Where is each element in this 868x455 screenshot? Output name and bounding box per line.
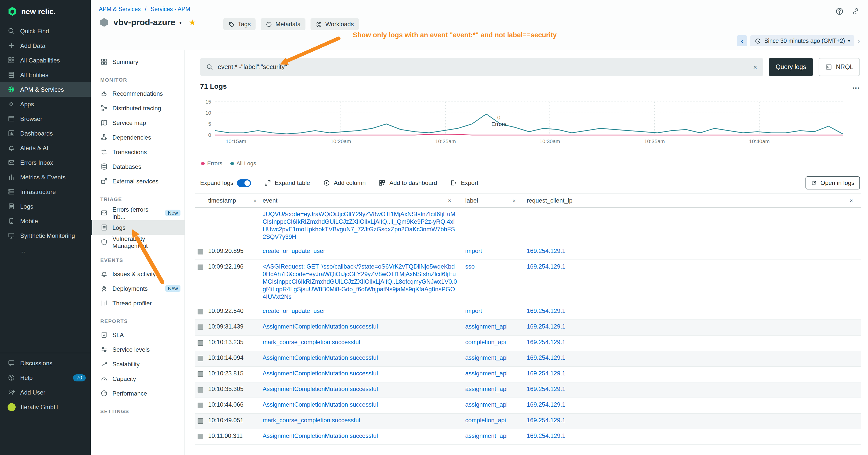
expand-table-button[interactable]: Expand table [264, 180, 310, 187]
add-to-dashboard-button[interactable]: Add to dashboard [379, 180, 437, 187]
service-nav-item-distributed-tracing[interactable]: Distributed tracing [91, 101, 185, 116]
service-nav-item-issues-activity[interactable]: Issues & activity [91, 266, 185, 281]
log-label-link[interactable]: assignment_api [465, 370, 507, 377]
log-label-link[interactable]: assignment_api [465, 432, 507, 440]
tags-button[interactable]: Tags [223, 18, 256, 30]
favorite-star-icon[interactable]: ★ [189, 18, 196, 27]
service-nav-item-performance[interactable]: Performance [91, 386, 185, 400]
log-label-link[interactable]: import [465, 307, 482, 315]
global-nav-item-logs[interactable]: Logs [0, 199, 91, 214]
service-nav-item-errors-errors-inb[interactable]: Errors (errors inb...New [91, 205, 185, 220]
expand-logs-control[interactable]: Expand logs [200, 179, 251, 187]
log-label-link[interactable]: assignment_api [465, 354, 507, 361]
clear-query-icon[interactable]: × [753, 63, 757, 71]
breadcrumb-apm-services[interactable]: APM & Services [99, 6, 141, 12]
service-nav-item-databases[interactable]: Databases [91, 159, 185, 174]
global-nav-item-quick-find[interactable]: Quick Find [0, 24, 91, 38]
global-nav-item-discussions[interactable]: Discussions [0, 356, 91, 370]
global-nav-item-errors-inbox[interactable]: Errors Inbox [0, 155, 91, 170]
open-in-logs-button[interactable]: Open in logs [805, 176, 860, 190]
query-logs-button[interactable]: Query logs [769, 58, 813, 76]
global-nav-item-alerts-ai[interactable]: Alerts & AI [0, 140, 91, 155]
time-back-button[interactable]: ‹ [737, 35, 747, 46]
log-row[interactable]: 10:11:00.311AssignmentCompletionMutation… [195, 429, 861, 445]
log-event-link[interactable]: mark_course_completion successful [262, 417, 360, 424]
metadata-button[interactable]: Metadata [261, 18, 306, 30]
log-row[interactable]: 10:10:23.815AssignmentCompletionMutation… [195, 367, 861, 383]
global-nav-item-apm-services[interactable]: APM & Services [0, 82, 91, 97]
newrelic-logo[interactable]: new relic. [0, 0, 91, 24]
column-header-request-client-ip[interactable]: request_client_ip× [527, 197, 861, 204]
global-nav-item-add-user[interactable]: Add User [0, 385, 91, 399]
time-forward-button[interactable]: › [858, 37, 860, 45]
column-header-timestamp[interactable]: timestamp× [208, 197, 262, 204]
log-event-link[interactable]: AssignmentCompletionMutation successful [262, 386, 378, 392]
log-ip-link[interactable]: 169.254.129.1 [527, 323, 565, 330]
legend-all-logs[interactable]: All Logs [230, 160, 256, 166]
global-nav-item-iterativ-gmbh[interactable]: Iterativ GmbH [0, 399, 91, 414]
service-nav-item-sla[interactable]: SLA [91, 327, 185, 342]
log-ip-link[interactable]: 169.254.129.1 [527, 401, 565, 408]
log-event-link[interactable]: mark_course_completion successful [262, 338, 360, 346]
service-nav-item-dependencies[interactable]: Dependencies [91, 130, 185, 144]
global-nav-item-infrastructure[interactable]: Infrastructure [0, 185, 91, 199]
service-nav-item-logs[interactable]: Logs [91, 220, 185, 235]
log-expand-icon[interactable] [197, 249, 203, 255]
global-nav-item-metrics-events[interactable]: Metrics & Events [0, 170, 91, 185]
global-nav-item-add-data[interactable]: Add Data [0, 38, 91, 53]
log-row[interactable]: 10:10:49.051mark_course_completion succe… [195, 414, 861, 429]
service-nav-item-transactions[interactable]: Transactions [91, 144, 185, 159]
log-row[interactable]: 10:10:14.094AssignmentCompletionMutation… [195, 351, 861, 367]
log-expand-icon[interactable] [197, 418, 203, 424]
remove-column-timestamp-icon[interactable]: × [253, 197, 262, 203]
help-circle-icon[interactable] [835, 7, 844, 15]
remove-column-label-icon[interactable]: × [513, 197, 522, 203]
global-nav-item-browser[interactable]: Browser [0, 111, 91, 126]
global-nav-item-all-entities[interactable]: All Entities [0, 67, 91, 82]
expand-logs-toggle[interactable] [237, 179, 251, 187]
global-nav-item-dashboards[interactable]: Dashboards [0, 126, 91, 140]
log-ip-link[interactable]: 169.254.129.1 [527, 417, 565, 424]
log-event-link[interactable]: create_or_update_user [262, 248, 325, 255]
service-nav-item-vulnerability-management[interactable]: Vulnerability Management [91, 235, 185, 250]
log-event-link[interactable]: AssignmentCompletionMutation successful [262, 354, 378, 361]
log-label-link[interactable]: completion_api [465, 417, 506, 424]
logs-timeseries-chart[interactable]: 05101510:15am10:20am10:25am10:30am10:35a… [200, 96, 845, 154]
log-expand-icon[interactable] [197, 309, 203, 315]
log-event-link[interactable]: <ASGIRequest: GET '/sso/callback/?state=… [262, 263, 457, 300]
log-label-link[interactable]: sso [465, 263, 474, 270]
log-label-link[interactable]: import [465, 248, 482, 255]
log-query-input[interactable]: event:* -"label":"security" × [200, 58, 763, 76]
global-nav-item-more[interactable]: ... [0, 243, 91, 258]
add-column-button[interactable]: Add column [323, 180, 366, 187]
nrql-button[interactable]: NRQL [819, 58, 860, 76]
log-label-link[interactable]: completion_api [465, 338, 506, 346]
log-expand-icon[interactable] [197, 356, 203, 361]
log-row[interactable]: 10:09:22.540create_or_update_userimport1… [195, 304, 861, 320]
column-header-label[interactable]: label× [465, 197, 527, 204]
log-event-link[interactable]: AssignmentCompletionMutation successful [262, 401, 378, 408]
log-event-link[interactable]: create_or_update_user [262, 307, 325, 315]
time-picker[interactable]: Since 30 minutes ago (GMT+2) ▾ [750, 35, 855, 46]
service-nav-item-service-map[interactable]: Service map [91, 116, 185, 130]
log-ip-link[interactable]: 169.254.129.1 [527, 432, 565, 440]
service-nav-item-summary[interactable]: Summary [91, 55, 185, 69]
log-ip-link[interactable]: 169.254.129.1 [527, 248, 565, 255]
log-label-link[interactable]: assignment_api [465, 386, 507, 392]
log-expand-icon[interactable] [197, 371, 203, 377]
global-nav-item-synthetic-monitoring[interactable]: Synthetic Monitoring [0, 228, 91, 243]
service-nav-item-thread-profiler[interactable]: Thread profiler [91, 296, 185, 311]
log-row[interactable]: 10:10:44.066AssignmentCompletionMutation… [195, 398, 861, 414]
service-nav-item-deployments[interactable]: DeploymentsNew [91, 281, 185, 296]
remove-column-request-client-ip-icon[interactable]: × [849, 197, 859, 203]
global-nav-item-mobile[interactable]: Mobile [0, 214, 91, 228]
title-chevron-down-icon[interactable]: ▾ [180, 20, 182, 25]
log-row[interactable]: JUQVU&code=eyJraWQiOiJjcGltY29yZV8wOTl1M… [195, 207, 861, 245]
log-event-link[interactable]: AssignmentCompletionMutation successful [262, 432, 378, 440]
log-expand-icon[interactable] [197, 387, 203, 392]
log-ip-link[interactable]: 169.254.129.1 [527, 354, 565, 361]
log-row[interactable]: 10:09:31.439AssignmentCompletionMutation… [195, 320, 861, 335]
global-nav-item-apps[interactable]: Apps [0, 97, 91, 111]
log-row[interactable]: 10:10:13.235mark_course_completion succe… [195, 335, 861, 351]
log-expand-icon[interactable] [197, 325, 203, 330]
